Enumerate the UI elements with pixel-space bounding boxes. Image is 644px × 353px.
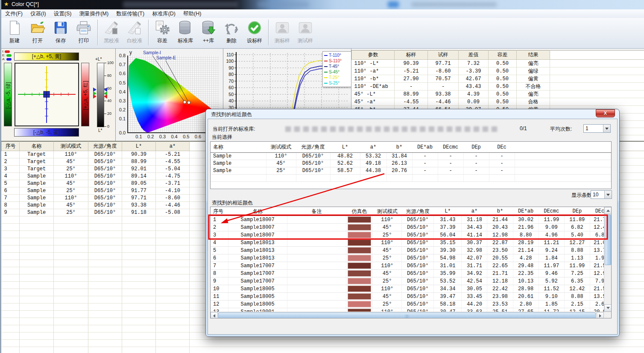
table-row[interactable]: 45° -L*88.9993.384.390.50偏亮 — [352, 90, 644, 98]
library-path-redacted — [285, 126, 499, 132]
redaction-blur — [411, 2, 497, 7]
menu-item-2[interactable]: 设置(S) — [50, 9, 76, 18]
horizontal-scrollbar[interactable] — [211, 312, 611, 318]
table-cell: 11.97 — [539, 262, 564, 270]
vertical-scrollbar[interactable] — [604, 207, 612, 312]
table-cell — [346, 254, 373, 262]
toolbar-button-measure-sample[interactable]: 测试样 — [294, 19, 317, 47]
table-cell: 3 — [211, 231, 228, 239]
toolbar-button-database[interactable]: 标准库 — [174, 19, 197, 47]
table-cell: 13.5 — [590, 293, 604, 300]
table-row[interactable]: 13Sample19001110°D65/10°30.4733.6325.512… — [211, 308, 604, 312]
table-row[interactable]: Sample110°D65/10°48.8253.3231.84---- — [211, 153, 611, 160]
table-row[interactable]: Sample45°D65/10°52.6249.1826.13---- — [211, 160, 611, 167]
toolbar-button-set-standard-check[interactable]: 设标样 — [243, 19, 266, 47]
lstar-bottom-label: L* — [98, 128, 102, 133]
title-bar[interactable]: ★ Color QC[*] — [1, 0, 644, 9]
scroll-right-button[interactable] — [597, 312, 604, 318]
color-swatch — [348, 224, 371, 230]
table-cell: Sample18005 — [228, 300, 287, 308]
table-cell: 0.50 — [489, 60, 517, 67]
table-row[interactable]: 5Sample1801345°D65/10°39.3032.9823.5021.… — [211, 247, 604, 254]
spectral-legend-entry: S-110° — [324, 58, 351, 64]
table-cell: 11.99 — [539, 216, 564, 224]
scroll-down-button[interactable] — [604, 304, 612, 312]
dialog-close-button[interactable]: X — [596, 109, 615, 117]
toolbar-button-database-add[interactable]: ++库 — [197, 19, 220, 47]
menu-item-6[interactable]: 帮助(H) — [179, 9, 205, 18]
toolbar-separator — [268, 20, 269, 45]
color-swatch — [348, 239, 371, 246]
toolbar-button-new-document[interactable]: 新建 — [3, 19, 26, 47]
table-cell: 45° — [373, 270, 402, 277]
table-cell — [346, 224, 373, 231]
toolbar-button-white-calibration[interactable]: 白校准 — [123, 19, 146, 47]
table-row[interactable]: 6Sample1801325°D65/10°54.9842.0720.554.2… — [211, 254, 604, 262]
menu-item-4[interactable]: 数据传输(T) — [112, 9, 148, 18]
scroll-left-button[interactable] — [211, 312, 218, 318]
toolbar-button-recycle[interactable]: 删除 — [220, 19, 243, 47]
table-cell: 25° — [373, 254, 402, 262]
table-cell: -3.39 — [459, 67, 489, 75]
chevron-down-icon — [603, 125, 610, 132]
horizontal-scrollbar-thumb[interactable] — [218, 312, 596, 318]
table-row[interactable]: 1Sample18007110°D65/10°31.4331.1821.4430… — [211, 216, 604, 224]
toolbar-button-open-folder[interactable]: 打开 — [26, 19, 49, 47]
table-row[interactable]: 12Sample1800525°D65/10°58.1844.2023.532.… — [211, 300, 604, 308]
table-cell: 110° -a* — [352, 67, 395, 75]
vertical-scrollbar-thumb[interactable] — [605, 215, 611, 265]
menu-item-0[interactable]: 文件(F) — [1, 9, 26, 18]
menu-item-1[interactable]: 仪器(I) — [26, 9, 50, 18]
ab-difference-plot — [15, 63, 79, 126]
toolbar-button-print[interactable]: 打印 — [72, 19, 95, 47]
table-row[interactable]: 4Sample18013110°D65/10°35.1530.3722.8728… — [211, 239, 604, 247]
display-count-dropdown[interactable]: 10 — [591, 190, 612, 199]
table-row[interactable]: 110° -b*27.9070.5742.670.50偏黄 — [352, 75, 644, 83]
table-row[interactable]: 9Sample1700725°D65/10°53.5242.5412.1810.… — [211, 277, 604, 285]
average-count-dropdown[interactable]: 1 — [583, 124, 611, 133]
table-cell: D65/10° — [88, 173, 122, 180]
toolbar-button-save[interactable]: 保存 — [49, 19, 72, 47]
table-cell: 4.28 — [513, 254, 539, 262]
table-cell: D65/10° — [402, 277, 434, 285]
table-row[interactable]: 110° -L*90.3997.717.320.50偏亮 — [352, 60, 644, 67]
svg-text:100: 100 — [226, 58, 234, 64]
table-cell: D65/10° — [402, 216, 434, 224]
table-cell: 0.50 — [489, 83, 517, 90]
table-cell: 21.44 — [487, 216, 513, 224]
scroll-up-button[interactable] — [604, 207, 612, 214]
lstar-tick-label: 60 — [107, 86, 111, 90]
table-row[interactable]: 110° -a*-5.21-8.60-3.390.50偏绿 — [352, 67, 644, 75]
table-cell: 8.88 — [564, 293, 590, 300]
table-cell: Target — [20, 166, 54, 173]
table-cell: Sample18013 — [228, 254, 287, 262]
table-cell: 45° — [373, 247, 402, 254]
toolbar-button-black-calibration[interactable]: 黑校准 — [100, 19, 123, 47]
dialog-title-bar[interactable]: 查找到的相近颜色 — [206, 109, 619, 118]
table-cell: - — [489, 167, 515, 175]
table-cell: Sample — [211, 153, 266, 160]
column-header: 名称 — [228, 207, 287, 216]
table-cell: 2.15 — [564, 300, 590, 308]
table-row[interactable]: 7Sample17007110°D65/10°31.0131.7122.6529… — [211, 262, 604, 270]
table-cell: 21.14 — [513, 247, 539, 254]
menu-item-3[interactable]: 测量操作(M) — [75, 9, 112, 18]
table-row[interactable]: 3Sample1800725°D65/10°56.0441.1412.988.8… — [211, 231, 604, 239]
table-row[interactable]: 10Sample18005110°D65/10°34.3430.0522.422… — [211, 285, 604, 293]
table-cell: D65/10° — [402, 239, 434, 247]
table-cell: 11.99 — [564, 262, 590, 270]
menu-item-5[interactable]: 标准库(D) — [148, 9, 179, 18]
table-cell: 30.02 — [513, 216, 539, 224]
table-row[interactable]: 11Sample1800545°D65/10°39.4733.4523.9820… — [211, 293, 604, 300]
table-row[interactable]: Sample25°D65/10°58.5744.3820.76---- — [211, 167, 611, 175]
toolbar-button-tolerance-gear[interactable]: 容差 — [151, 19, 174, 47]
cie-y-tick: 0.3 — [115, 98, 126, 103]
table-row[interactable]: 45° -a*-4.55-4.460.090.50合格 — [352, 98, 644, 106]
table-cell: 5 — [2, 180, 20, 187]
table-row[interactable]: 8Sample1700745°D65/10°35.9934.9221.7122.… — [211, 270, 604, 277]
toolbar-button-measure-standard[interactable]: 测标样 — [271, 19, 294, 47]
table-cell: 56.04 — [434, 231, 462, 239]
table-row[interactable]: 2Sample1800745°D65/10°37.3934.4320.4321.… — [211, 224, 604, 231]
table-row[interactable]: 110° -DE*ab--43.430.50不合格 — [352, 83, 644, 90]
legend-color-dash — [324, 77, 328, 78]
